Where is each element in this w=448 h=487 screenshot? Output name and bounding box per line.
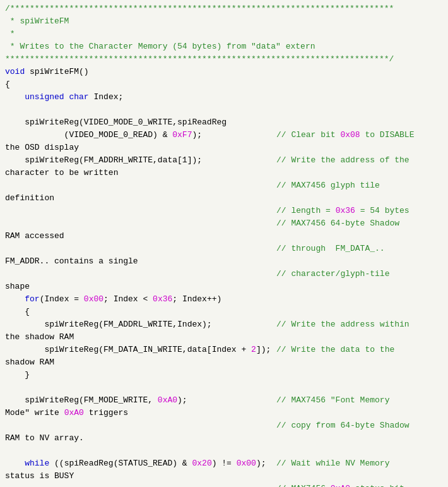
code-comment: // MAX7456 glyph tile [276, 179, 443, 192]
code-text: * spiWriteFM [5, 15, 276, 28]
code-line: the OSD display [0, 141, 448, 154]
code-comment [276, 116, 443, 129]
code-line: void spiWriteFM() [0, 66, 448, 78]
code-text: } [5, 369, 276, 382]
code-text: the shadow RAM [5, 331, 276, 344]
code-text [5, 205, 276, 217]
code-line: /***************************************… [0, 3, 448, 15]
code-text [5, 445, 276, 457]
code-comment: // Write the address of the [276, 154, 443, 167]
code-comment: // Wait while NV Memory [276, 457, 443, 470]
code-comment: // MAX7456 0xA0 status bit [276, 483, 443, 487]
code-line: definition [0, 192, 448, 205]
code-comment: // MAX7456 "Font Memory [276, 394, 443, 407]
code-line: // MAX7456 64-byte Shadow [0, 217, 448, 230]
code-text: the OSD display [5, 141, 276, 154]
code-text: ****************************************… [5, 53, 276, 66]
code-comment [276, 104, 443, 116]
code-line: RAM accessed [0, 230, 448, 243]
code-comment: // character/glyph-tile [276, 268, 443, 280]
code-comment [276, 306, 443, 318]
code-line: { [0, 306, 448, 318]
code-comment [276, 91, 443, 104]
code-line: * [0, 28, 448, 40]
code-text: status is BUSY [5, 470, 276, 483]
code-text: spiWriteReg(VIDEO_MODE_0_WRITE,spiReadRe… [5, 116, 276, 129]
code-line [0, 104, 448, 116]
code-text: spiWriteReg(FM_MODE_WRITE, 0xA0); [5, 394, 276, 407]
code-comment [276, 293, 443, 306]
code-line: FM_ADDR.. contains a single [0, 255, 448, 268]
code-line: // MAX7456 glyph tile [0, 179, 448, 192]
code-line: ****************************************… [0, 53, 448, 66]
code-comment: // copy from 64-byte Shadow [276, 419, 443, 432]
code-text: FM_ADDR.. contains a single [5, 255, 276, 268]
code-line [0, 445, 448, 457]
code-comment [276, 280, 443, 293]
code-line: } [0, 369, 448, 382]
code-comment [276, 432, 443, 445]
code-text [5, 243, 276, 255]
code-line: spiWriteReg(FM_ADDRL_WRITE,Index); // Wr… [0, 318, 448, 331]
code-comment [276, 167, 443, 179]
code-comment [276, 230, 443, 243]
code-line: spiWriteReg(FM_ADDRH_WRITE,data[1]); // … [0, 154, 448, 167]
code-text: shadow RAM [5, 356, 276, 369]
code-comment: // Clear bit 0x08 to DISABLE [276, 129, 443, 141]
code-line: Mode" write 0xA0 triggers [0, 407, 448, 419]
code-container: /***************************************… [0, 0, 448, 487]
code-text: { [5, 306, 276, 318]
code-text: (VIDEO_MODE_0_READ) & 0xF7); [5, 129, 276, 141]
code-line: character to be written [0, 167, 448, 179]
code-text: spiWriteReg(FM_DATA_IN_WRITE,data[Index … [5, 344, 276, 356]
code-line: (VIDEO_MODE_0_READ) & 0xF7); // Clear bi… [0, 129, 448, 141]
code-comment [276, 331, 443, 344]
code-text [5, 104, 276, 116]
code-comment [276, 78, 443, 91]
code-comment [276, 66, 443, 78]
code-line: shape [0, 280, 448, 293]
code-comment: // MAX7456 64-byte Shadow [276, 217, 443, 230]
code-text: shape [5, 280, 276, 293]
code-text [5, 419, 276, 432]
code-text [5, 268, 276, 280]
code-text: definition [5, 192, 276, 205]
code-comment: // Write the address within [276, 318, 443, 331]
code-text: RAM to NV array. [5, 432, 276, 445]
code-text: void spiWriteFM() [5, 66, 276, 78]
code-line: { [0, 78, 448, 91]
code-line: for(Index = 0x00; Index < 0x36; Index++) [0, 293, 448, 306]
code-line: * spiWriteFM [0, 15, 448, 28]
code-text: * [5, 28, 276, 40]
code-line: // MAX7456 0xA0 status bit [0, 483, 448, 487]
code-text [5, 217, 276, 230]
code-text: { [5, 78, 276, 91]
code-line: spiWriteReg(VIDEO_MODE_0_WRITE,spiReadRe… [0, 116, 448, 129]
code-comment: // Write the data to the [276, 344, 443, 356]
code-comment [276, 40, 443, 53]
code-text: RAM accessed [5, 230, 276, 243]
code-line: spiWriteReg(FM_DATA_IN_WRITE,data[Index … [0, 344, 448, 356]
code-comment [276, 3, 443, 15]
code-line: shadow RAM [0, 356, 448, 369]
code-comment [276, 255, 443, 268]
code-text: while ((spiReadReg(STATUS_READ) & 0x20) … [5, 457, 276, 470]
code-text: /***************************************… [5, 3, 276, 15]
code-text: unsigned char Index; [5, 91, 276, 104]
code-text: spiWriteReg(FM_ADDRH_WRITE,data[1]); [5, 154, 276, 167]
code-line: RAM to NV array. [0, 432, 448, 445]
code-comment: // through FM_DATA_.. [276, 243, 443, 255]
code-comment: // length = 0x36 = 54 bytes [276, 205, 443, 217]
code-comment [276, 356, 443, 369]
code-line: * Writes to the Character Memory (54 byt… [0, 40, 448, 53]
code-text: character to be written [5, 167, 276, 179]
code-comment [276, 407, 443, 419]
code-line: // copy from 64-byte Shadow [0, 419, 448, 432]
code-comment [276, 15, 443, 28]
code-comment [276, 369, 443, 382]
code-comment [276, 470, 443, 483]
code-text: * Writes to the Character Memory (54 byt… [5, 40, 276, 53]
code-text [5, 483, 276, 487]
code-text [5, 382, 276, 394]
code-line: // through FM_DATA_.. [0, 243, 448, 255]
